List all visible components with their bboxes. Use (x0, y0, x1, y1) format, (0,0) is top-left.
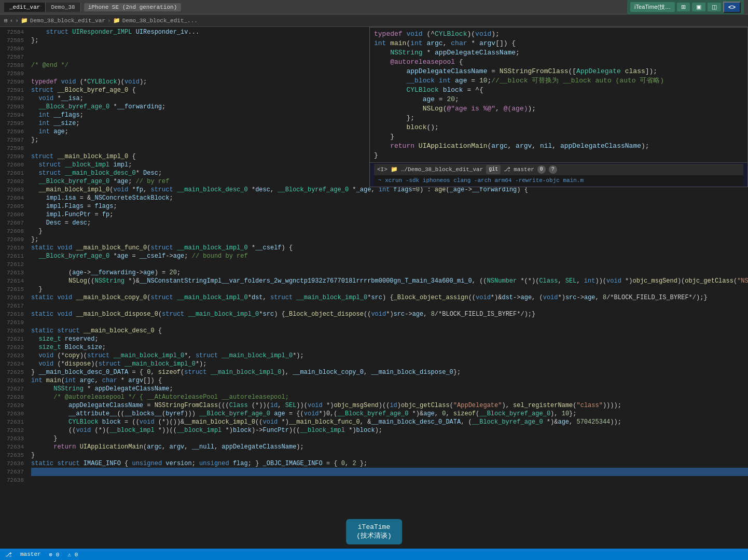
terminal-path: …/Demo_38_block_edit_var (401, 165, 483, 174)
logo-btn[interactable]: <> (723, 2, 741, 13)
badge-num2: ? (549, 165, 557, 174)
terminal-cmd-bar: <I> 📁 …/Demo_38_block_edit_var git ⎇ mas… (374, 164, 743, 175)
btn-layout2[interactable]: ◫ (708, 3, 721, 11)
iteaTime-header-btn[interactable]: iTeaTime(技… (630, 2, 675, 12)
top-bar: _edit_var Demo_38 iPhone SE (2nd generat… (0, 0, 748, 15)
top-right-panel: iTeaTime(技… ⊞ ▣ ◫ <> (627, 0, 744, 15)
iteaTime-line1: iTeaTime (356, 523, 392, 531)
status-errors: ⊗ 0 (49, 551, 60, 558)
status-bar: ⎇ master ⊗ 0 ⚠ 0 (0, 549, 748, 560)
status-branch-icon: ⎇ (5, 551, 12, 558)
breadcrumb-bar: ⊞ ‹ › 📁 Demo_38_block_edit_var › 📁 Demo_… (0, 15, 748, 27)
btn-layout1[interactable]: ▣ (692, 3, 705, 11)
grid-icon: ⊞ (4, 17, 8, 24)
folder-icon: 📁 (21, 17, 28, 24)
main-layout: 72584 72585 72586 72587 72588 72589 7259… (0, 27, 748, 549)
branch-icon: ⎇ (504, 165, 510, 174)
nav-back[interactable]: ‹ (10, 18, 13, 24)
iteaTime-button[interactable]: iTeaTime (技术清谈) (346, 519, 402, 544)
folder-icon-terminal: 📁 (391, 165, 398, 174)
float-terminal: <I> 📁 …/Demo_38_block_edit_var git ⎇ mas… (370, 162, 747, 187)
breadcrumb-item2[interactable]: Demo_38_block_edit_... (122, 18, 198, 24)
badge-num1: 0 (537, 165, 546, 174)
terminal-prompt: <I> (377, 165, 387, 174)
terminal-command: ~ xcrun -sdk iphoneos clang -arch arm64 … (374, 175, 743, 186)
line-numbers: 72584 72585 72586 72587 72588 72589 7259… (0, 27, 27, 549)
nav-forward[interactable]: › (15, 18, 19, 24)
iteaTime-line2: (技术清谈) (356, 531, 392, 540)
branch-name: master (514, 165, 534, 174)
float-panel: typedef void (^CYLBlock)(void); int main… (369, 27, 748, 187)
status-warnings: ⚠ 0 (67, 551, 78, 558)
tab-demo38[interactable]: Demo_38 (46, 3, 80, 12)
tab-edit-var[interactable]: _edit_var (4, 3, 46, 12)
git-label: git (486, 165, 501, 174)
btn-squares[interactable]: ⊞ (677, 3, 690, 11)
breadcrumb-item1[interactable]: Demo_38_block_edit_var (30, 18, 105, 24)
folder-icon2: 📁 (113, 17, 120, 24)
device-label: iPhone SE (2nd generation) (84, 3, 182, 11)
float-panel-content: typedef void (^CYLBlock)(void); int main… (370, 27, 747, 162)
status-branch-label: master (20, 551, 41, 557)
code-area[interactable]: struct UIResponder_IMPL UIResponder_iv..… (27, 27, 748, 549)
breadcrumb-sep1: › (107, 18, 111, 24)
